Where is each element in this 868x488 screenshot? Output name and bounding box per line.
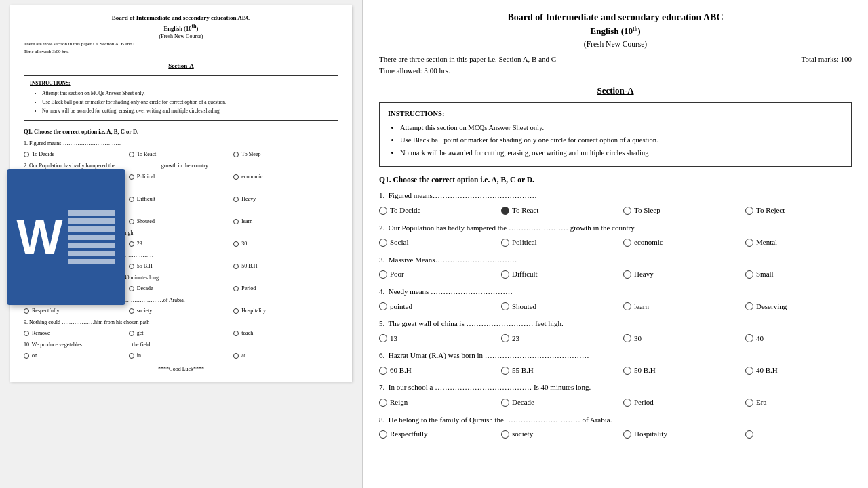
left-q1-options: To Decide To React To Sleep (24, 150, 338, 159)
right-question-4: 4. Needy means …………………………… pointed Shout… (379, 286, 852, 312)
left-doc-subtitle: English (10th) (24, 22, 338, 33)
right-instruction-3: No mark will be awarded for cutting, era… (400, 148, 843, 159)
radio-a (379, 430, 387, 439)
right-doc-info: There are three section in this paper i.… (379, 54, 852, 66)
radio-c (623, 334, 631, 342)
right-q1-opt-d: To Reject (745, 205, 867, 217)
radio-c (623, 399, 631, 407)
radio-b (501, 207, 509, 215)
radio-a (379, 302, 387, 310)
radio-b (501, 367, 509, 375)
left-doc-info: There are three section in this paper i.… (24, 41, 338, 48)
radio-c (623, 270, 631, 279)
right-q7-opt-c: Period (623, 396, 745, 409)
radio-a (379, 399, 387, 407)
right-q1-opt-b: To React (501, 205, 623, 217)
right-q5-opt-a: 13 (379, 333, 501, 345)
right-q4-opt-d: Deserving (745, 301, 867, 313)
right-instruction-1: Attempt this section on MCQs Answer Shee… (400, 123, 843, 134)
right-q4-opt-a: pointed (379, 301, 501, 313)
radio-a (379, 270, 387, 279)
right-q6-opt-a: 60 B.H (379, 365, 501, 377)
right-q1-text: 1. Figured means…………………………………… (379, 190, 852, 202)
radio-d (745, 207, 753, 215)
right-question-1: 1. Figured means…………………………………… To Decide… (379, 190, 852, 216)
radio-a (379, 367, 387, 375)
right-doc-title: Board of Intermediate and secondary educ… (379, 11, 852, 24)
right-doc-time: Time allowed: 3:00 hrs. (379, 65, 852, 77)
right-q5-text: 5. The great wall of china is ……………………… … (379, 318, 852, 330)
right-q5-opt-d: 40 (745, 333, 867, 345)
radio-c (623, 239, 631, 247)
right-q1-opt-a: To Decide (379, 205, 501, 217)
right-question-7: 7. In our school a ………………………………… Is 40 m… (379, 382, 852, 408)
right-q5-opt-c: 30 (623, 333, 745, 345)
left-q8-options: Respectfully society Hospitality (24, 307, 338, 315)
right-instructions-title: INSTRUCTIONS: (388, 108, 843, 120)
radio-d (745, 302, 753, 310)
right-question-6: 6. Hazrat Umar (R.A) was born in …………………… (379, 350, 852, 376)
right-instructions-list: Attempt this section on MCQs Answer Shee… (400, 123, 843, 159)
right-q5-options: 13 23 30 40 (379, 333, 852, 345)
left-instructions-title: INSTRUCTIONS: (30, 79, 332, 87)
left-doc-title: Board of Intermediate and secondary educ… (24, 14, 338, 22)
radio-a (379, 207, 387, 215)
right-q3-opt-a: Poor (379, 268, 501, 281)
radio-d (745, 367, 753, 375)
right-q2-opt-d: Mental (745, 237, 867, 249)
right-q4-options: pointed Shouted learn Deserving (379, 301, 852, 313)
right-panel: Board of Intermediate and secondary educ… (363, 0, 868, 488)
left-panel: W Board of Intermediate and secondary ed… (0, 0, 363, 488)
radio-b (501, 302, 509, 310)
right-question-2: 2. Our Population has badly hampered the… (379, 222, 852, 249)
left-question-10: 10. We produce vegetables ………………………the f… (24, 341, 338, 360)
right-q3-text: 3. Massive Means…………………………… (379, 254, 852, 266)
right-q1-options: To Decide To React To Sleep To Reject (379, 205, 852, 217)
left-question-1: 1. Figured means…………………………… To Decide To… (24, 140, 338, 159)
right-q3-opt-d: Small (745, 268, 867, 281)
right-q6-opt-d: 40 B.H (745, 365, 867, 377)
radio-d (745, 270, 753, 279)
radio-d (745, 239, 753, 247)
left-good-luck: ****Good Luck**** (24, 365, 338, 373)
right-q2-opt-b: Political (501, 237, 623, 249)
right-q3-opt-b: Difficult (501, 268, 623, 281)
left-q10-text: 10. We produce vegetables ………………………the f… (24, 341, 338, 349)
word-icon: W (7, 169, 125, 305)
left-q1-text: 1. Figured means…………………………… (24, 140, 338, 148)
right-instructions-box: INSTRUCTIONS: Attempt this section on MC… (379, 102, 852, 167)
right-doc-sections: There are three section in this paper i.… (379, 54, 556, 66)
right-q2-opt-c: economic (623, 237, 745, 249)
radio-b (501, 430, 509, 439)
left-question-9: 9. Nothing could ………………him from his chos… (24, 319, 338, 338)
radio-b (501, 334, 509, 342)
left-instruction-2: Use Black ball point or marker for shadi… (42, 98, 332, 106)
right-q7-opt-a: Reign (379, 396, 501, 409)
right-section-heading: Section-A (379, 84, 852, 98)
right-q6-options: 60 B.H 55 B.H 50 B.H 40 B.H (379, 365, 852, 377)
right-q7-opt-d: Era (745, 396, 867, 409)
radio-b (501, 239, 509, 247)
radio-c (623, 430, 631, 439)
right-question-8: 8. He belong to the family of Quraish th… (379, 414, 852, 441)
radio-c (623, 367, 631, 375)
radio-b (501, 399, 509, 407)
right-q4-text: 4. Needy means …………………………… (379, 286, 852, 298)
right-q2-opt-a: Social (379, 237, 501, 249)
radio-c (623, 207, 631, 215)
left-section-heading: Section-A (24, 62, 338, 71)
left-doc-course: (Fresh New Course) (24, 33, 338, 41)
right-q5-opt-b: 23 (501, 333, 623, 345)
radio-a (379, 239, 387, 247)
left-q1-label: Q1. Choose the correct option i.e. A, B,… (24, 127, 338, 136)
right-q2-options: Social Political economic Mental (379, 237, 852, 249)
right-question-3: 3. Massive Means…………………………… Poor Difficu… (379, 254, 852, 281)
radio-a (379, 334, 387, 342)
right-q1-label: Q1. Choose the correct option i.e. A, B,… (379, 174, 852, 186)
right-q7-opt-b: Decade (501, 396, 623, 409)
right-q2-text: 2. Our Population has badly hampered the… (379, 222, 852, 235)
right-q7-text: 7. In our school a ………………………………… Is 40 m… (379, 382, 852, 394)
right-doc-subtitle: English (10th) (379, 24, 852, 39)
left-q9-options: Remove get teach (24, 329, 338, 338)
left-instruction-1: Attempt this section on MCQs Answer Shee… (42, 89, 332, 97)
